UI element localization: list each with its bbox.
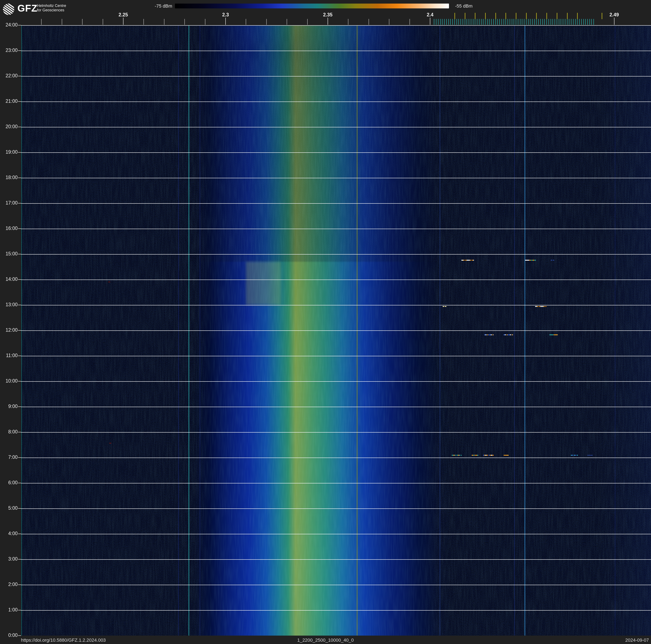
bluetooth-channel-tick	[514, 19, 514, 25]
bluetooth-channel-tick	[587, 19, 588, 25]
bluetooth-channel-tick	[452, 19, 453, 25]
freq-major-tick	[225, 18, 226, 25]
time-tick-label: 19:00	[3, 149, 18, 155]
time-tick-label: 11:00	[3, 353, 18, 358]
time-tick	[18, 178, 21, 178]
bluetooth-channel-tick	[526, 19, 526, 25]
freq-minor-tick	[246, 19, 246, 25]
logo-acronym: GFZ	[18, 2, 37, 14]
bluetooth-channel-tick	[434, 19, 434, 25]
hour-gridline	[21, 305, 651, 305]
freq-minor-tick	[205, 19, 206, 25]
signal-dash-row	[525, 260, 529, 261]
hour-gridline	[21, 76, 651, 77]
bluetooth-channel-tick	[565, 19, 565, 25]
time-tick	[18, 483, 21, 483]
hour-gridline	[21, 407, 651, 407]
bluetooth-channel-tick	[583, 19, 584, 25]
bluetooth-channel-tick	[524, 19, 524, 25]
freq-minor-tick	[164, 19, 164, 25]
bluetooth-channel-tick	[459, 19, 459, 25]
freq-tick-label: 2.35	[323, 12, 333, 18]
time-tick-label: 10:00	[3, 378, 18, 384]
hour-gridline	[21, 610, 651, 611]
time-tick-label: 14:00	[3, 276, 18, 282]
time-tick-label: 7:00	[3, 455, 18, 460]
bluetooth-channel-tick	[559, 19, 559, 25]
bluetooth-channel-tick	[446, 19, 447, 25]
footer-date: 2024-09-07	[625, 638, 649, 643]
bluetooth-channel-tick	[455, 19, 455, 25]
time-tick-label: 5:00	[3, 505, 18, 511]
bluetooth-channel-tick	[483, 19, 484, 25]
bluetooth-channel-tick	[532, 19, 533, 25]
bluetooth-channel-tick	[591, 19, 592, 25]
signal-dash-row	[452, 455, 462, 456]
time-tick-label: 23:00	[3, 48, 18, 53]
time-tick	[18, 330, 21, 331]
bluetooth-channel-tick	[542, 19, 543, 25]
bluetooth-channel-tick	[475, 19, 475, 25]
signal-dash-row	[472, 455, 478, 456]
bluetooth-channel-tick	[579, 19, 580, 25]
freq-tick-label: 2.25	[119, 12, 128, 18]
freq-minor-tick	[389, 19, 389, 25]
bluetooth-channel-tick	[561, 19, 561, 25]
wifi-channel-tick	[475, 13, 475, 19]
bluetooth-channel-tick	[495, 19, 496, 25]
freq-tick-label: 2.49	[610, 12, 619, 18]
time-tick-label: 3:00	[3, 556, 18, 562]
freq-major-tick	[614, 18, 615, 25]
bluetooth-channel-tick	[571, 19, 571, 25]
bluetooth-channel-tick	[573, 19, 574, 25]
signal-dash-row	[551, 260, 555, 261]
hour-gridline	[21, 559, 651, 560]
bluetooth-channel-tick	[436, 19, 436, 25]
bluetooth-channel-tick	[471, 19, 471, 25]
bluetooth-channel-tick	[585, 19, 586, 25]
bluetooth-channel-tick	[487, 19, 488, 25]
hour-gridline	[21, 203, 651, 204]
bluetooth-channel-tick	[438, 19, 438, 25]
bluetooth-channel-tick	[528, 19, 529, 25]
hour-gridline	[21, 483, 651, 484]
time-tick-label: 20:00	[3, 124, 18, 129]
gfz-logo-icon	[3, 3, 14, 15]
freq-minor-tick	[62, 19, 62, 25]
bluetooth-channel-tick	[444, 19, 444, 25]
time-tick	[18, 508, 21, 509]
hour-gridline	[21, 330, 651, 331]
hour-gridline	[21, 178, 651, 178]
bluetooth-channel-tick	[463, 19, 463, 25]
bluetooth-channel-tick	[481, 19, 482, 25]
bluetooth-channel-tick	[557, 19, 557, 25]
time-tick-label: 16:00	[3, 226, 18, 231]
freq-major-tick	[328, 18, 328, 25]
time-tick	[18, 25, 21, 25]
bluetooth-channel-tick	[493, 19, 494, 25]
bluetooth-channel-tick	[499, 19, 500, 25]
time-tick	[18, 381, 21, 381]
bluetooth-channel-tick	[581, 19, 582, 25]
hour-gridline	[21, 381, 651, 382]
bluetooth-channel-tick	[477, 19, 477, 25]
wifi-channel-tick	[516, 13, 517, 19]
time-tick	[18, 51, 21, 51]
wifi-channel-tick	[526, 13, 527, 19]
bluetooth-channel-tick	[563, 19, 563, 25]
logo-subtitle-line1: Helmholtz Centre	[37, 4, 66, 8]
bluetooth-channel-tick	[479, 19, 479, 25]
time-tick-label: 4:00	[3, 531, 18, 536]
time-tick-label: 15:00	[3, 251, 18, 257]
freq-minor-tick	[348, 19, 348, 25]
time-tick-label: 9:00	[3, 404, 18, 409]
hour-gridline	[21, 254, 651, 255]
time-tick	[18, 101, 21, 102]
wifi-channel-tick	[455, 13, 455, 19]
hour-gridline	[21, 25, 651, 26]
signal-dash-row	[483, 455, 494, 456]
wifi-channel-tick	[567, 13, 568, 19]
freq-minor-tick	[103, 19, 103, 25]
wifi-channel-tick	[547, 13, 547, 19]
bluetooth-channel-tick	[503, 19, 504, 25]
